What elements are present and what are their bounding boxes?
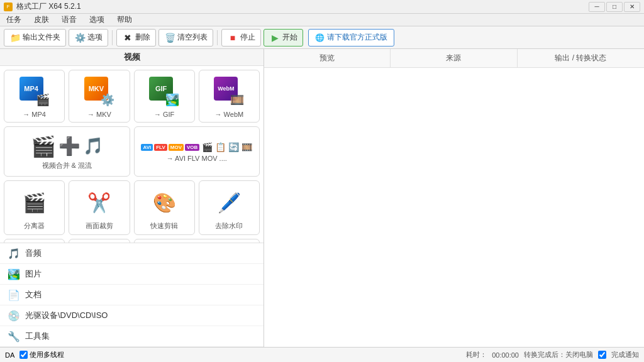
right-panel: 预览 来源 输出 / 转换状态 [264,49,644,347]
notify-checkbox[interactable] [598,351,606,359]
watermark-label: 去除水印 [215,221,243,231]
after-convert-label: 转换完成后：关闭电脑 [524,350,593,359]
format-webm[interactable]: WebM 🎞️ → WebM [199,70,260,123]
menu-options[interactable]: 选项 [87,13,107,26]
delete-icon: ✖ [122,32,133,43]
toolbar: 📁 输出文件夹 ⚙️ 选项 ✖ 删除 🗑️ 清空列表 ■ 停止 ▶ 开始 🌐 请… [0,26,644,49]
mkv-label: → MKV [87,111,111,118]
crop-icon: ✂️ [83,186,116,219]
format-combine[interactable]: 🎬 ➕ 🎵 视频合并 & 混流 [4,126,130,177]
title-bar: F 格式工厂 X64 5.2.1 ─ □ ✕ [0,0,644,14]
mkv-icon: MKV ⚙️ [83,75,116,108]
webm-icon: WebM 🎞️ [213,75,245,108]
folder-icon: 📁 [9,32,21,43]
close-button[interactable]: ✕ [624,2,640,12]
output-folder-button[interactable]: 📁 输出文件夹 [4,29,66,47]
da-label: DA [5,351,14,359]
app-icon: F [4,3,13,11]
menu-help[interactable]: 帮助 [114,13,135,26]
dvd-label: 光驱设备\DVD\CD\ISO [25,310,108,321]
timer-label: 耗时： [466,350,487,359]
category-image[interactable]: 🏞️ 图片 [0,264,264,285]
gif-label: → GIF [154,111,174,118]
start-button[interactable]: ▶ 开始 [264,29,303,47]
multithread-checkbox[interactable]: 使用多线程 [19,350,64,359]
window-controls: ─ □ ✕ [589,2,640,12]
stop-label: 停止 [240,32,255,43]
right-panel-header: 预览 来源 输出 / 转换状态 [264,49,644,68]
download-button[interactable]: 🌐 请下载官方正式版 [308,29,394,47]
format-mkv[interactable]: MKV ⚙️ → MKV [69,70,130,123]
format-separator[interactable]: 🎬 分离器 [4,180,65,235]
maximize-button[interactable]: □ [606,2,623,12]
status-right: 耗时： 00:00:00 转换完成后：关闭电脑 完成通知 [466,350,639,359]
dvd-icon: 💿 [8,309,20,322]
video-section-header: 视频 [0,49,264,66]
format-crop[interactable]: ✂️ 画面裁剪 [69,180,130,235]
separator-label: 分离器 [24,221,45,231]
category-list: 🎵 音频 🏞️ 图片 📄 文档 💿 光驱设备\DVD\CD\ISO 🔧 工具集 [0,243,264,347]
left-panel: 视频 MP4 🎬 → MP4 [0,49,264,347]
category-document[interactable]: 📄 文档 [0,285,264,305]
format-gif[interactable]: GIF 🏞️ → GIF [134,70,195,123]
main-content: 视频 MP4 🎬 → MP4 [0,49,644,347]
gif-icon: GIF 🏞️ [148,75,180,108]
output-header: 输出 / 转换状态 [518,49,644,67]
output-label: 输出 / 转换状态 [555,53,606,63]
download-icon: 🌐 [315,33,325,42]
stop-button[interactable]: ■ 停止 [221,29,261,47]
category-tools[interactable]: 🔧 工具集 [0,326,264,347]
source-header: 来源 [391,49,517,67]
clear-list-label: 清空列表 [177,32,208,43]
timer-value: 00:00:00 [492,351,519,359]
toolbar-separator-2 [217,30,218,45]
menu-voice[interactable]: 语音 [59,13,79,26]
combine-icon: 🎬 ➕ 🎵 [31,134,103,158]
tools-icon: 🔧 [8,330,20,343]
options-label: 选项 [87,32,103,43]
separator-icon: 🎬 [18,186,51,219]
clear-icon: 🗑️ [164,32,175,43]
format-mp4[interactable]: MP4 🎬 → MP4 [4,70,65,123]
format-quickcut[interactable]: 🎨 快速剪辑 [134,180,195,235]
notify-label: 完成通知 [611,350,639,359]
mp4-label: → MP4 [23,111,46,118]
audio-icon: 🎵 [8,247,20,260]
mp4-icon: MP4 🎬 [18,75,51,108]
source-label: 来源 [446,53,461,63]
document-label: 文档 [25,289,42,300]
status-bar: DA 使用多线程 耗时： 00:00:00 转换完成后：关闭电脑 完成通知 [0,347,644,362]
menu-skin[interactable]: 皮肤 [31,13,52,26]
minimize-button[interactable]: ─ [589,2,605,12]
quickcut-icon: 🎨 [148,186,180,219]
multi-label: → AVI FLV MOV .... [167,155,227,162]
delete-button[interactable]: ✖ 删除 [116,29,156,47]
format-multi[interactable]: AVI FLV MOV VOB 🎬 📋 🔄 🎞️ → AVI FLV MOV .… [134,126,260,177]
clear-list-button[interactable]: 🗑️ 清空列表 [158,29,213,47]
video-section-label: 视频 [124,52,140,62]
document-icon: 📄 [8,288,20,301]
format-grid: MP4 🎬 → MP4 MKV ⚙️ → MKV [4,70,260,243]
category-dvd[interactable]: 💿 光驱设备\DVD\CD\ISO [0,305,264,326]
menu-task[interactable]: 任务 [4,13,24,26]
stop-icon: ■ [227,32,238,43]
multithread-check[interactable] [19,351,28,359]
multi-icon: AVI FLV MOV VOB 🎬 📋 🔄 🎞️ [141,142,252,152]
preview-label: 预览 [319,53,335,63]
options-icon: ⚙️ [74,32,86,43]
category-audio[interactable]: 🎵 音频 [0,243,264,264]
format-grid-container: MP4 🎬 → MP4 MKV ⚙️ → MKV [0,66,264,243]
delete-label: 删除 [135,32,150,43]
da-indicator: DA [5,351,14,359]
audio-label: 音频 [25,248,42,259]
format-watermark[interactable]: 🖊️ 去除水印 [199,180,260,235]
image-icon: 🏞️ [8,268,20,280]
start-icon: ▶ [269,32,280,43]
output-folder-label: 输出文件夹 [23,32,60,43]
app-title: 格式工厂 X64 5.2.1 [16,1,81,12]
watermark-icon: 🖊️ [213,186,245,219]
download-label: 请下载官方正式版 [327,32,387,43]
status-left: DA 使用多线程 [5,350,64,359]
options-button[interactable]: ⚙️ 选项 [69,29,108,47]
quickcut-label: 快速剪辑 [150,221,178,231]
